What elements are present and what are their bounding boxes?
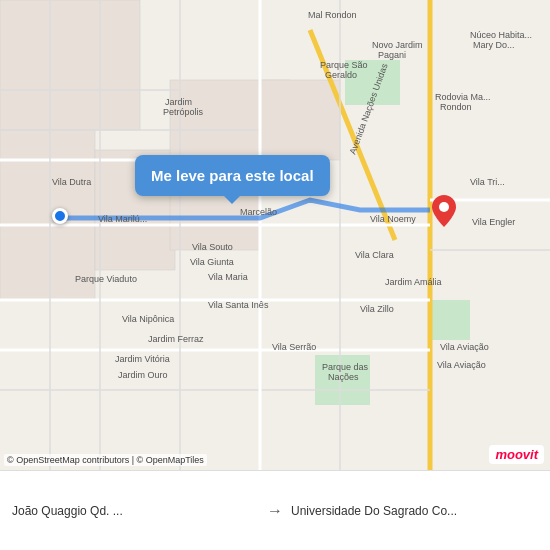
svg-text:Petrópolis: Petrópolis	[163, 107, 204, 117]
osm-attribution: © OpenStreetMap contributors | © OpenMap…	[4, 454, 207, 466]
svg-text:Rodovia Ma...: Rodovia Ma...	[435, 92, 491, 102]
svg-text:Nações: Nações	[328, 372, 359, 382]
route-destination: Universidade Do Sagrado Co...	[291, 504, 538, 518]
svg-text:Vila Santa Inês: Vila Santa Inês	[208, 300, 269, 310]
route-arrow: →	[267, 502, 283, 520]
svg-text:Vila Giunta: Vila Giunta	[190, 257, 234, 267]
destination-marker	[432, 195, 456, 231]
svg-text:Vila Clara: Vila Clara	[355, 250, 394, 260]
svg-text:Rondon: Rondon	[440, 102, 472, 112]
svg-text:Jardim Ouro: Jardim Ouro	[118, 370, 168, 380]
svg-text:Vila Dutra: Vila Dutra	[52, 177, 91, 187]
svg-text:Geraldo: Geraldo	[325, 70, 357, 80]
svg-text:Mal Rondon: Mal Rondon	[308, 10, 357, 20]
svg-text:Parque das: Parque das	[322, 362, 369, 372]
svg-text:Jardim Amália: Jardim Amália	[385, 277, 442, 287]
svg-text:Pagani: Pagani	[378, 50, 406, 60]
svg-text:Parque Viaduto: Parque Viaduto	[75, 274, 137, 284]
moovit-logo: moovit	[489, 445, 544, 464]
svg-rect-1	[0, 0, 140, 130]
svg-point-61	[439, 202, 449, 212]
svg-text:Vila Souto: Vila Souto	[192, 242, 233, 252]
svg-rect-6	[260, 80, 340, 160]
svg-text:Vila Nipônica: Vila Nipônica	[122, 314, 174, 324]
bottom-bar: João Quaggio Qd. ... → Universidade Do S…	[0, 470, 550, 550]
svg-rect-8	[430, 300, 470, 340]
svg-text:Jardim Vitória: Jardim Vitória	[115, 354, 170, 364]
svg-text:Vila Maria: Vila Maria	[208, 272, 248, 282]
svg-text:Novo Jardim: Novo Jardim	[372, 40, 423, 50]
svg-text:Vila Serrão: Vila Serrão	[272, 342, 316, 352]
svg-text:Vila Engler: Vila Engler	[472, 217, 515, 227]
svg-text:Vila Aviação: Vila Aviação	[437, 360, 486, 370]
svg-text:Vila Aviação: Vila Aviação	[440, 342, 489, 352]
origin-marker	[52, 208, 68, 224]
svg-text:Núceo Habita...: Núceo Habita...	[470, 30, 532, 40]
attribution-text: © OpenStreetMap contributors | © OpenMap…	[7, 455, 204, 465]
svg-text:Vila Noemy: Vila Noemy	[370, 214, 416, 224]
svg-text:Jardim Ferraz: Jardim Ferraz	[148, 334, 204, 344]
svg-text:Vila Marilú...: Vila Marilú...	[98, 214, 147, 224]
svg-text:Jardim: Jardim	[165, 97, 192, 107]
moovit-label-text: moovit	[495, 447, 538, 462]
route-info: João Quaggio Qd. ... → Universidade Do S…	[12, 502, 538, 520]
svg-text:Vila Zillo: Vila Zillo	[360, 304, 394, 314]
svg-text:Parque São: Parque São	[320, 60, 368, 70]
svg-text:Vila Tri...: Vila Tri...	[470, 177, 505, 187]
map-container: Mal Rondon Novo Jardim Pagani Núceo Habi…	[0, 0, 550, 470]
svg-text:Marcelão: Marcelão	[240, 207, 277, 217]
route-origin: João Quaggio Qd. ...	[12, 504, 259, 518]
svg-text:Mary Do...: Mary Do...	[473, 40, 515, 50]
map-popup[interactable]: Me leve para este local	[135, 155, 330, 196]
popup-text: Me leve para este local	[151, 167, 314, 184]
